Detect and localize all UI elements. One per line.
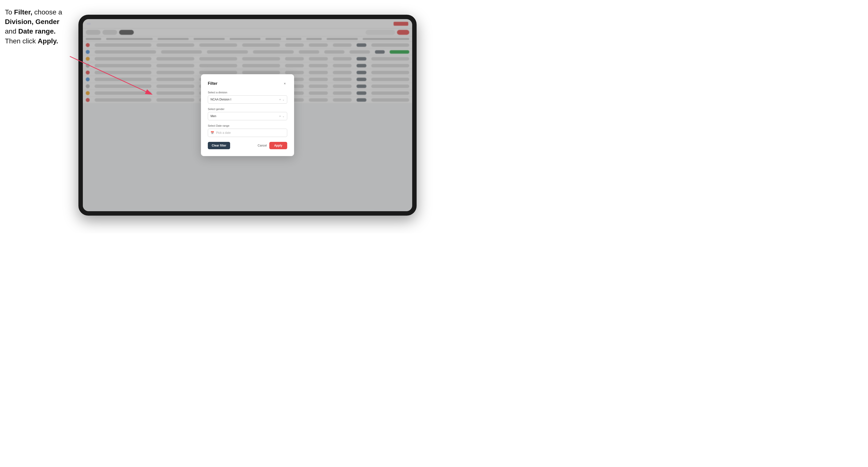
gender-label: Select gender bbox=[208, 107, 287, 111]
instruction-text: To Filter, choose a Division, Gender and… bbox=[5, 7, 62, 46]
gender-value: Men bbox=[211, 115, 216, 118]
gender-form-group: Select gender Men × ⌄ bbox=[208, 107, 287, 120]
modal-title: Filter bbox=[208, 81, 217, 86]
gender-chevron-icon: ⌄ bbox=[282, 115, 284, 118]
modal-header: Filter × bbox=[208, 81, 287, 86]
modal-close-button[interactable]: × bbox=[282, 81, 287, 86]
division-clear-icon[interactable]: × bbox=[279, 98, 281, 101]
modal-footer: Clear filter Cancel Apply bbox=[208, 142, 287, 149]
division-select[interactable]: NCAA Division I × ⌄ bbox=[208, 95, 287, 104]
clear-filter-button[interactable]: Clear filter bbox=[208, 142, 230, 149]
division-label: Select a division bbox=[208, 91, 287, 94]
tablet-frame: Filter × Select a division NCAA Division… bbox=[79, 15, 416, 216]
apply-button[interactable]: Apply bbox=[269, 142, 287, 149]
division-chevron-icon: ⌄ bbox=[282, 98, 284, 101]
date-label: Select Date range bbox=[208, 124, 287, 127]
calendar-icon: 📅 bbox=[211, 131, 214, 134]
gender-clear-icon[interactable]: × bbox=[279, 115, 281, 118]
date-form-group: Select Date range 📅 Pick a date bbox=[208, 124, 287, 137]
date-placeholder: Pick a date bbox=[216, 131, 230, 134]
modal-overlay: Filter × Select a division NCAA Division… bbox=[83, 19, 412, 211]
cancel-button[interactable]: Cancel bbox=[257, 144, 267, 147]
filter-modal: Filter × Select a division NCAA Division… bbox=[201, 74, 294, 156]
division-form-group: Select a division NCAA Division I × ⌄ bbox=[208, 91, 287, 104]
tablet-screen: Filter × Select a division NCAA Division… bbox=[83, 19, 412, 211]
date-input[interactable]: 📅 Pick a date bbox=[208, 129, 287, 137]
gender-select[interactable]: Men × ⌄ bbox=[208, 112, 287, 120]
division-value: NCAA Division I bbox=[211, 98, 231, 101]
